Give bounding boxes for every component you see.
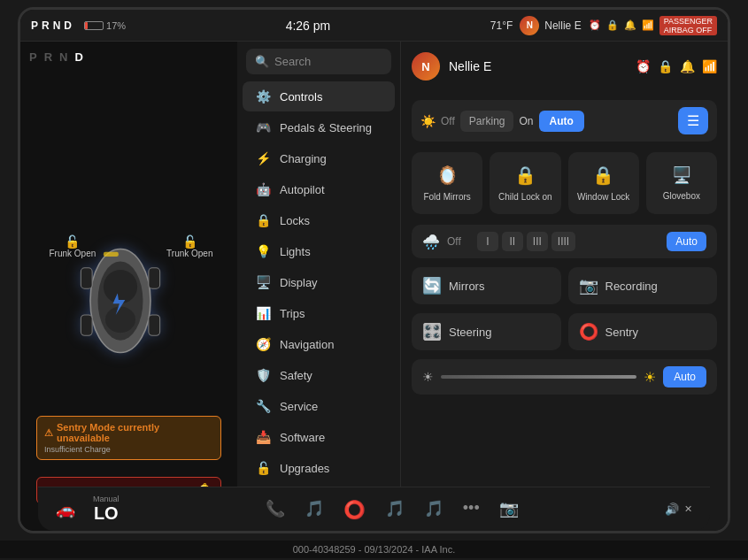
volume-icon[interactable]: 🔊 xyxy=(665,502,679,516)
sidebar-item-navigation[interactable]: 🧭 Navigation xyxy=(243,329,395,359)
sidebar-item-display[interactable]: 🖥️ Display xyxy=(243,267,395,297)
mirrors-tile-label: Mirrors xyxy=(449,280,484,293)
gear-r-left: R xyxy=(44,50,52,64)
fold-mirrors-label: Fold Mirrors xyxy=(423,191,470,203)
status-icons-group: ⏰ 🔒 🔔 📶 PASSENGERAIRBAG OFF xyxy=(589,16,717,35)
controls-icon: ⚙️ xyxy=(255,89,271,104)
settings-circle-icon[interactable]: ⭕ xyxy=(343,499,366,520)
watermark: 000-40348259 - 09/13/2024 - IAA Inc. xyxy=(0,541,748,558)
phone-icon[interactable]: 📞 xyxy=(266,499,285,520)
software-icon: 📥 xyxy=(255,430,271,444)
clock: 4:26 pm xyxy=(133,19,483,33)
apple-music-icon[interactable]: 🎵 xyxy=(424,499,443,520)
steering-tile-label: Steering xyxy=(449,326,491,339)
trunk-label: 🔓 Trunk Open xyxy=(166,234,212,258)
sidebar-item-upgrades[interactable]: 🔓 Upgrades xyxy=(243,453,395,483)
trips-icon: 📊 xyxy=(255,306,271,320)
glovebox-tile[interactable]: 🖥️ Glovebox xyxy=(646,152,717,214)
search-placeholder: Search xyxy=(274,55,311,68)
wiper-auto-button[interactable]: Auto xyxy=(667,232,706,251)
user-display-name: Nellie E xyxy=(449,59,491,73)
gear-mode-label: Manual xyxy=(93,495,120,503)
lights-label: Lights xyxy=(280,245,311,258)
recording-tile[interactable]: 📷 Recording xyxy=(568,267,718,304)
sidebar-item-lights[interactable]: 💡 Lights xyxy=(243,236,395,266)
gear-selector: P R N D xyxy=(31,19,72,32)
more-dots-icon[interactable]: ••• xyxy=(463,499,480,520)
lock-header-icon[interactable]: 🔒 xyxy=(658,59,673,73)
camera-bottom-icon[interactable]: 📷 xyxy=(499,499,519,520)
bottom-bar: 🚗 Manual LO 📞 🎵 ⭕ 🎵 🎵 ••• 📷 🔊 ✕ xyxy=(38,487,710,531)
pedals-label: Pedals & Steering xyxy=(280,121,372,134)
window-lock-icon: 🔒 xyxy=(592,165,614,186)
sidebar-item-pedals[interactable]: 🎮 Pedals & Steering xyxy=(243,112,395,142)
safety-label: Safety xyxy=(280,369,312,382)
wiper-speed-buttons: I II III IIII xyxy=(477,232,575,251)
gear-d: D xyxy=(64,19,72,32)
parking-button[interactable]: Parking xyxy=(460,111,514,132)
bottom-center-icons: 📞 🎵 ⭕ 🎵 🎵 ••• 📷 xyxy=(137,499,647,520)
steering-tile[interactable]: 🎛️ Steering xyxy=(412,313,561,350)
brightness-sun-icon: ☀ xyxy=(422,370,434,384)
bell-header-icon[interactable]: 🔔 xyxy=(680,59,695,73)
wiper-speed-4[interactable]: IIII xyxy=(551,232,575,251)
sentry-tile[interactable]: ⭕ Sentry xyxy=(568,313,718,350)
trips-label: Trips xyxy=(280,307,305,320)
display-label: Display xyxy=(280,276,318,289)
search-box[interactable]: 🔍 Search xyxy=(246,49,391,74)
spotify-icon[interactable]: 🎵 xyxy=(385,499,405,520)
user-profile-status[interactable]: N Nellie E xyxy=(520,16,581,35)
car-visualization: 🔓 Frunk Open 🔓 Trunk Open ⚠ Sentry Mode … xyxy=(29,71,228,522)
auto-lights-button[interactable]: Auto xyxy=(539,111,584,132)
search-icon: 🔍 xyxy=(255,55,269,68)
navigation-label: Navigation xyxy=(280,338,334,351)
light-controls-row: ☀️ Off Parking On Auto ☰ xyxy=(412,100,717,142)
fold-mirrors-icon: 🪞 xyxy=(436,165,459,186)
header-icons-group: ⏰ 🔒 🔔 📶 xyxy=(636,59,717,73)
sidebar-item-locks[interactable]: 🔒 Locks xyxy=(243,205,395,235)
wiper-off-label: Off xyxy=(447,235,461,248)
sidebar-item-software[interactable]: 📥 Software xyxy=(243,422,395,452)
glovebox-label: Glovebox xyxy=(663,190,700,202)
wiper-speed-3[interactable]: III xyxy=(527,232,548,251)
pedals-icon: 🎮 xyxy=(255,120,271,134)
home-car-icon[interactable]: 🚗 xyxy=(56,500,75,519)
recording-tile-label: Recording xyxy=(605,280,658,293)
mirrors-tile[interactable]: 🔄 Mirrors xyxy=(412,267,561,304)
lock-status-icon: 🔒 xyxy=(606,19,619,31)
music-orange-icon[interactable]: 🎵 xyxy=(305,499,324,520)
window-lock-tile[interactable]: 🔒 Window Lock xyxy=(568,152,639,214)
svg-rect-6 xyxy=(81,315,92,335)
svg-point-2 xyxy=(103,270,136,303)
middle-menu-panel: 🔍 Search ⚙️ Controls 🎮 Pedals & Steering… xyxy=(237,42,401,531)
fold-mirrors-tile[interactable]: 🪞 Fold Mirrors xyxy=(412,152,482,214)
sidebar-item-controls[interactable]: ⚙️ Controls xyxy=(243,81,395,111)
sidebar-item-trips[interactable]: 📊 Trips xyxy=(243,298,395,328)
brightness-slider[interactable] xyxy=(441,375,636,379)
battery-indicator: 17% xyxy=(84,20,126,31)
signal-icon: 📶 xyxy=(642,19,654,31)
signal-header-icon: 📶 xyxy=(702,59,717,73)
off-label: Off xyxy=(441,115,455,127)
sentry-alert: ⚠ Sentry Mode currently unavailable Insu… xyxy=(36,416,221,460)
sidebar-item-autopilot[interactable]: 🤖 Autopilot xyxy=(243,174,395,204)
autopilot-icon: 🤖 xyxy=(255,182,271,196)
sidebar-item-safety[interactable]: 🛡️ Safety xyxy=(243,360,395,390)
controls-label: Controls xyxy=(280,90,322,104)
brightness-row: ☀ ☀ Auto xyxy=(412,359,717,395)
svg-rect-4 xyxy=(81,268,92,288)
grid-view-button[interactable]: ☰ xyxy=(678,107,708,134)
wiper-speed-2[interactable]: II xyxy=(502,232,523,251)
sidebar-item-charging[interactable]: ⚡ Charging xyxy=(243,143,395,173)
volume-x-icon[interactable]: ✕ xyxy=(684,503,692,515)
alarm-header-icon[interactable]: ⏰ xyxy=(636,59,651,73)
child-lock-tile[interactable]: 🔒 Child Lock on xyxy=(490,152,560,214)
gear-d-left: D xyxy=(74,50,82,64)
brightness-auto-button[interactable]: Auto xyxy=(663,366,706,387)
sidebar-item-service[interactable]: 🔧 Service xyxy=(243,391,395,421)
main-layout: P R N D xyxy=(20,42,728,531)
charging-icon: ⚡ xyxy=(255,151,271,165)
user-name-status: Nellie E xyxy=(544,19,581,32)
wiper-speed-1[interactable]: I xyxy=(477,232,498,251)
service-icon: 🔧 xyxy=(255,399,271,413)
